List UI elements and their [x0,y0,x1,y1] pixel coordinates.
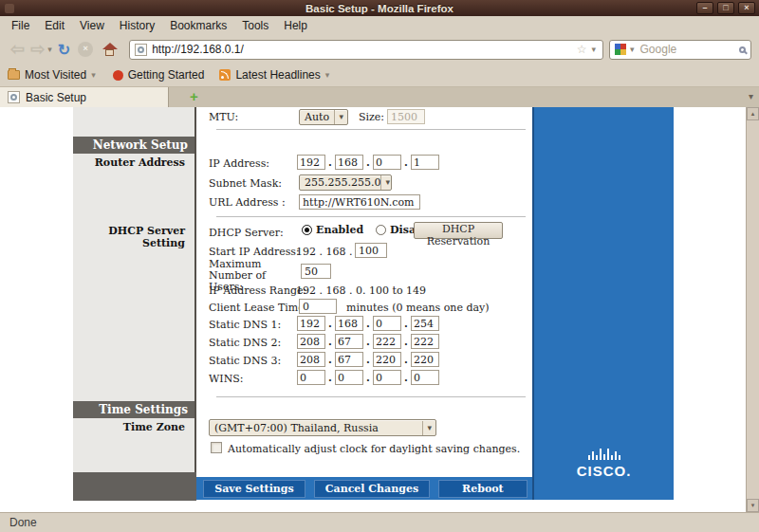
menu-edit[interactable]: Edit [37,17,72,34]
dot: . [327,336,333,348]
dns-octet-input[interactable] [373,316,401,331]
minimize-button[interactable]: – [696,2,713,14]
ip-octet-input[interactable] [335,155,363,170]
menu-bookmarks[interactable]: Bookmarks [162,17,234,34]
bookmark-most-visited[interactable]: Most Visited ▾ [8,68,98,82]
url-dropdown-icon[interactable]: ▾ [591,45,596,54]
status-text: Done [9,516,37,529]
save-settings-button[interactable]: Save Settings [203,480,305,498]
dns2-label: Static DNS 2: [209,337,281,349]
dhcp-reservation-button[interactable]: DHCP Reservation [414,222,503,239]
lease-time-input[interactable] [299,299,337,314]
window-title: Basic Setup - Mozilla Firefox [0,3,759,14]
wins-octet-input[interactable] [297,370,325,385]
vertical-scrollbar[interactable]: ▴ ▾ [746,107,759,512]
title-bar: Basic Setup - Mozilla Firefox – □ × [0,0,759,16]
dns-octet-input[interactable] [411,334,439,349]
chevron-down-icon: ▾ [334,110,347,124]
mtu-select[interactable]: Auto ▾ [299,109,348,125]
search-bar[interactable]: ▾ Google [609,40,751,60]
dns-octet-input[interactable] [335,352,363,367]
ip-octet-input[interactable] [373,155,401,170]
dst-checkbox[interactable] [211,442,222,453]
refresh-icon[interactable]: ↻ [58,41,70,59]
lease-time-label: Client Lease Time: [209,302,308,314]
chevron-down-icon: ▾ [380,175,394,190]
home-icon[interactable] [102,43,118,57]
chevron-down-icon: ▾ [91,70,96,80]
firefox-icon [113,70,123,81]
dns2-inputs: . . . [297,334,439,349]
dot: . [403,354,409,366]
wins-octet-input[interactable] [335,370,363,385]
dst-label: Automatically adjust clock for daylight … [228,443,520,455]
scroll-down-icon[interactable]: ▾ [747,499,759,512]
search-engine-dropdown-icon[interactable]: ▾ [630,45,635,54]
dot: . [403,372,409,384]
dns-octet-input[interactable] [335,334,363,349]
navigation-toolbar: ⇦ ⇨ ▾ ↻ × http://192.168.0.1/ ☆ ▾ ▾ Goog… [0,35,759,64]
dhcp-disabled-radio[interactable] [376,225,386,235]
back-icon[interactable]: ⇦ [10,41,25,58]
dns-octet-input[interactable] [335,316,363,331]
new-tab-button[interactable]: + [190,88,198,104]
dns-octet-input[interactable] [297,334,325,349]
max-users-input[interactable] [301,264,331,279]
wins-octet-input[interactable] [411,370,439,385]
subnet-mask-select[interactable]: 255.255.255.0 ▾ [299,174,392,191]
search-icon[interactable] [739,46,746,53]
bookmark-latest-headlines[interactable]: Latest Headlines ▾ [219,68,331,82]
menu-file[interactable]: File [4,17,37,34]
wins-label: WINS: [209,373,244,385]
url-address-input[interactable] [299,194,420,210]
start-ip-label: Start IP Address: [209,246,300,258]
bookmark-getting-started[interactable]: Getting Started [113,68,205,82]
dns-octet-input[interactable] [411,352,439,367]
tab-basic-setup[interactable]: Basic Setup [0,87,169,107]
menu-tools[interactable]: Tools [234,17,276,34]
dhcp-enabled-radio[interactable] [302,225,312,235]
bookmark-label: Most Visited [25,68,86,82]
menu-help[interactable]: Help [276,17,315,34]
separator [216,396,526,397]
url-bar[interactable]: http://192.168.0.1/ ☆ ▾ [129,40,603,60]
list-tabs-icon[interactable]: ▾ [749,91,753,101]
bookmark-star-icon[interactable]: ☆ [577,43,587,56]
dns3-label: Static DNS 3: [209,355,281,367]
forward-icon[interactable]: ⇨ [30,41,45,58]
dns1-inputs: . . . [297,316,439,331]
start-ip-input[interactable] [355,243,387,258]
dns-octet-input[interactable] [373,334,401,349]
dns-octet-input[interactable] [297,352,325,367]
mtu-label: MTU: [209,111,238,123]
cisco-wordmark: CISCO. [534,463,674,479]
scroll-up-icon[interactable]: ▴ [747,107,759,120]
dns-octet-input[interactable] [373,352,401,367]
search-input[interactable]: Google [640,43,735,56]
time-zone-select[interactable]: (GMT+07:00) Thailand, Russia ▾ [209,419,436,436]
brand-panel: CISCO. [532,107,674,500]
stop-icon[interactable]: × [78,42,93,57]
url-input[interactable]: http://192.168.0.1/ [152,43,572,56]
separator [216,129,526,130]
dhcp-enabled-label: Enabled [316,224,363,236]
rss-icon [219,69,231,81]
subnet-mask-label: Subnet Mask: [209,177,282,190]
ip-octet-input[interactable] [411,155,439,170]
maximize-button[interactable]: □ [717,2,734,14]
cancel-changes-button[interactable]: Cancel Changes [314,480,430,498]
dns-octet-input[interactable] [411,316,439,331]
wins-octet-input[interactable] [373,370,401,385]
page-content: Network Setup Router Address DHCP Server… [0,107,759,512]
history-dropdown-icon[interactable]: ▾ [47,45,52,54]
close-button[interactable]: × [738,2,755,14]
tab-label: Basic Setup [26,91,86,104]
menu-history[interactable]: History [112,17,162,34]
separator [216,216,526,217]
ip-octet-input[interactable] [297,155,325,170]
ip-address-inputs: . . . [297,155,439,170]
dns-octet-input[interactable] [297,316,325,331]
google-icon [615,44,626,55]
reboot-button[interactable]: Reboot [438,480,528,498]
menu-view[interactable]: View [72,17,112,34]
